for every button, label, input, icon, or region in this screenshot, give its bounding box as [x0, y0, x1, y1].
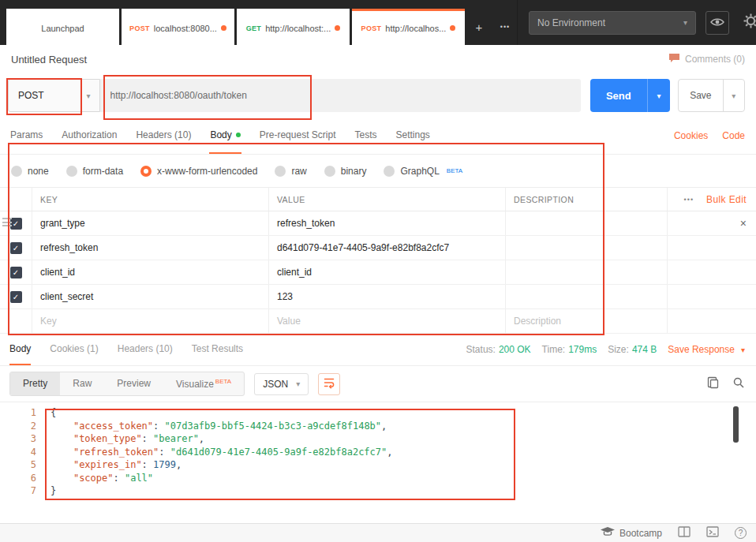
save-response-label: Save Response [668, 344, 735, 355]
radio-icon [384, 166, 395, 177]
response-tab-body[interactable]: Body [9, 334, 31, 365]
response-metrics: Status:200 OK Time:179ms Size:474 B Save… [466, 334, 745, 365]
settings-button[interactable] [739, 11, 756, 35]
method-badge: POST [129, 24, 150, 32]
row-description[interactable] [505, 211, 667, 235]
scrollbar-thumb[interactable] [733, 406, 739, 443]
response-tab-cookies[interactable]: Cookies (1) [50, 334, 98, 365]
workspace-tabs: Launchpad POST localhost:8080... GET htt… [0, 9, 517, 45]
save-button[interactable]: Save [679, 80, 722, 111]
code-line: "scope": "all" [51, 472, 393, 485]
tab-body[interactable]: Body [209, 118, 241, 154]
row-description[interactable] [505, 260, 667, 284]
row-key[interactable]: client_secret [32, 285, 268, 308]
request-tabs: Params Authorization Headers (10) Body P… [0, 118, 756, 155]
cookies-link[interactable]: Cookies [674, 130, 708, 141]
tab-label: Pre-request Script [260, 129, 336, 140]
tab-params[interactable]: Params [9, 118, 43, 154]
save-options-button[interactable]: ▾ [723, 80, 745, 111]
unsaved-dot-icon [335, 25, 340, 31]
tab-label: localhost:8080... [154, 24, 217, 33]
description-placeholder[interactable]: Description [505, 309, 667, 333]
tab-headers[interactable]: Headers (10) [135, 118, 192, 154]
url-input[interactable]: http://localhost:8080/oauth/token [100, 79, 581, 112]
bodytype-form-data[interactable]: form-data [66, 166, 123, 177]
response-format-select[interactable]: JSON ▾ [254, 373, 309, 395]
tab-settings[interactable]: Settings [395, 118, 431, 154]
row-value[interactable]: d641d079-41e7-4405-9a9f-e82bf8a2cfc7 [268, 236, 505, 260]
method-select[interactable]: POST ▾ [8, 79, 100, 112]
help-icon[interactable]: ? [735, 527, 747, 539]
table-more-button[interactable]: ••• [684, 196, 694, 204]
response-body-viewer[interactable]: 1234567 { "access_token": "07d3afb9-bbf5… [0, 402, 756, 521]
status-bar: Bootcamp ? [0, 523, 756, 542]
key-placeholder[interactable]: Key [32, 309, 268, 333]
copy-response-button[interactable] [707, 376, 720, 392]
send-button[interactable]: Send [590, 79, 647, 112]
tab-authorization[interactable]: Authorization [61, 118, 118, 154]
row-value[interactable]: refresh_token [268, 211, 505, 235]
wrap-lines-button[interactable] [318, 373, 340, 395]
drag-handle-icon[interactable] [2, 218, 12, 226]
row-value[interactable]: 123 [268, 285, 505, 308]
row-checkbox[interactable]: ✓ [10, 242, 22, 254]
gear-icon [743, 13, 756, 32]
bodytype-graphql[interactable]: GraphQLBETA [384, 166, 462, 177]
radio-checked-icon [140, 166, 152, 177]
bodytype-raw[interactable]: raw [275, 166, 306, 177]
response-toolbar: Pretty Raw Preview VisualizeBETA JSON ▾ [0, 366, 756, 402]
tab-request-1[interactable]: POST localhost:8080... [122, 9, 234, 45]
more-tabs-button[interactable]: ••• [493, 9, 517, 45]
response-tab-headers[interactable]: Headers (10) [118, 334, 173, 365]
response-tab-test-results[interactable]: Test Results [192, 334, 243, 365]
radio-label: raw [291, 166, 306, 177]
tab-tests[interactable]: Tests [354, 118, 377, 154]
row-checkbox[interactable]: ✓ [10, 267, 22, 278]
tab-pre-request-script[interactable]: Pre-request Script [259, 118, 337, 154]
tab-request-3-active[interactable]: POST http://localhos... [352, 9, 465, 45]
panels-button[interactable] [678, 526, 691, 540]
row-checkbox[interactable]: ✓ [10, 291, 22, 303]
code-gutter: 1234567 [0, 406, 36, 521]
bulk-edit-link[interactable]: Bulk Edit [706, 194, 747, 205]
bootcamp-button[interactable]: Bootcamp [601, 527, 662, 540]
send-options-button[interactable]: ▾ [647, 79, 670, 112]
code-line: "expires_in": 1799, [51, 458, 393, 472]
tab-launchpad[interactable]: Launchpad [6, 9, 119, 45]
tab-request-2[interactable]: GET http://localhost:... [237, 9, 350, 45]
code-link[interactable]: Code [722, 130, 745, 141]
view-pretty[interactable]: Pretty [10, 372, 60, 395]
column-header-description: DESCRIPTION [505, 188, 667, 211]
row-description[interactable] [505, 285, 667, 308]
graphql-beta-badge: BETA [447, 167, 462, 174]
row-description[interactable] [505, 236, 667, 260]
column-header-value: VALUE [268, 188, 505, 211]
bodytype-none[interactable]: none [11, 166, 49, 177]
request-title-row: Untitled Request Comments (0) [0, 45, 756, 73]
delete-row-icon[interactable]: × [740, 217, 747, 230]
response-header: Body Cookies (1) Headers (10) Test Resul… [0, 334, 756, 366]
body-has-content-dot-icon [236, 133, 241, 137]
row-key[interactable]: refresh_token [32, 236, 268, 260]
save-response-button[interactable]: Save Response ▾ [668, 344, 745, 355]
console-button[interactable] [706, 526, 719, 540]
bodytype-x-www-form-urlencoded[interactable]: x-www-form-urlencoded [140, 166, 257, 177]
row-key[interactable]: grant_type [32, 211, 268, 235]
view-raw[interactable]: Raw [60, 372, 104, 395]
chevron-down-icon: ▾ [741, 346, 745, 354]
view-preview[interactable]: Preview [104, 372, 163, 395]
tab-label: http://localhos... [385, 24, 446, 33]
comments-button[interactable]: Comments (0) [668, 53, 745, 65]
environment-preview-button[interactable] [705, 11, 729, 35]
value-placeholder[interactable]: Value [268, 309, 505, 333]
bodytype-binary[interactable]: binary [324, 166, 367, 177]
row-value[interactable]: client_id [268, 260, 505, 284]
environment-select[interactable]: No Environment ▾ [529, 11, 696, 35]
table-header-row: KEY VALUE DESCRIPTION ••• Bulk Edit [0, 188, 756, 211]
new-tab-button[interactable]: + [467, 9, 491, 45]
response-view-group: Pretty Raw Preview VisualizeBETA [9, 372, 245, 396]
view-visualize[interactable]: VisualizeBETA [163, 372, 244, 395]
chevron-down-icon: ▾ [296, 379, 300, 388]
row-key[interactable]: client_id [32, 260, 268, 284]
search-response-button[interactable] [732, 376, 745, 392]
